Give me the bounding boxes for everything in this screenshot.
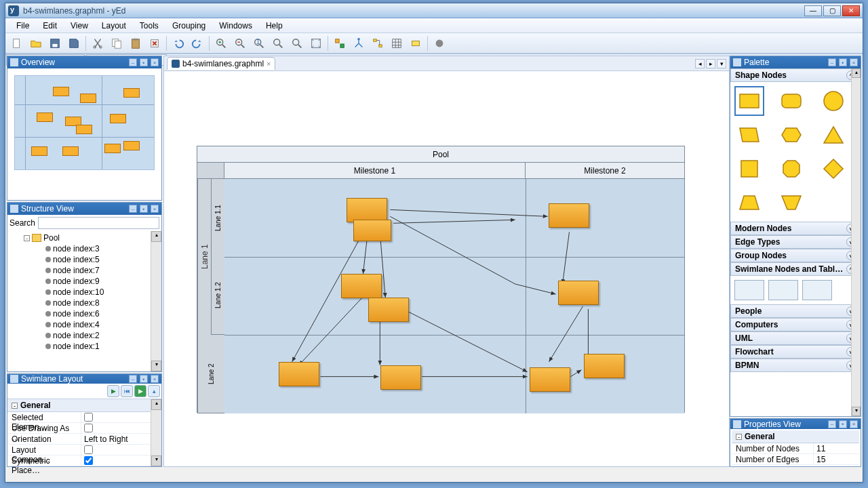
panel-min-icon[interactable]: – — [828, 420, 836, 428]
undo-button[interactable] — [170, 35, 187, 52]
graph-node[interactable] — [368, 298, 409, 322]
menu-view[interactable]: View — [64, 19, 95, 33]
delete-button[interactable] — [146, 35, 163, 52]
document-tab[interactable]: b4-swimlanes.graphml × — [167, 57, 275, 70]
save-button[interactable] — [46, 35, 64, 52]
tree-item[interactable]: node index:6 — [12, 308, 161, 319]
zoom-area-button[interactable] — [288, 35, 306, 52]
overview-canvas[interactable] — [7, 68, 161, 200]
shape-trapezoid[interactable] — [734, 188, 764, 218]
zoom-in-button[interactable] — [212, 35, 230, 52]
tab-left-icon[interactable]: ◂ — [695, 59, 705, 68]
cut-button[interactable] — [89, 35, 106, 52]
panel-pin-icon[interactable]: ▪ — [140, 375, 148, 383]
panel-close-icon[interactable]: × — [151, 205, 159, 213]
group-nodes-section[interactable]: Group Nodesv — [730, 249, 861, 262]
saveas-button[interactable] — [65, 35, 83, 52]
tree-toggle-icon[interactable]: - — [24, 235, 30, 241]
zoom-selection-button[interactable] — [269, 35, 287, 52]
scrollbar[interactable]: ▴▾ — [151, 231, 161, 371]
swimlane-section[interactable]: Swimlane Nodes and Tabl…^ — [730, 262, 861, 276]
collapse-icon[interactable]: - — [12, 403, 18, 409]
swimlane-hor-icon[interactable] — [734, 280, 764, 300]
shape-parallelogram[interactable] — [734, 120, 764, 150]
tree-item[interactable]: node index:1 — [12, 341, 161, 352]
modern-nodes-section[interactable]: Modern Nodesv — [730, 222, 861, 235]
symmetric-checkbox[interactable] — [84, 456, 93, 465]
new-button[interactable] — [8, 35, 26, 52]
zoom-out-button[interactable] — [231, 35, 249, 52]
paste-button[interactable] — [127, 35, 144, 52]
shape-diamond[interactable] — [818, 154, 848, 184]
tab-list-icon[interactable]: ▾ — [717, 59, 726, 68]
flowchart-section[interactable]: Flowchartv — [730, 345, 861, 359]
menu-help[interactable]: Help — [259, 19, 290, 33]
graph-node[interactable] — [341, 274, 382, 298]
swimlane-vert-icon[interactable] — [768, 280, 798, 300]
people-section[interactable]: Peoplev — [730, 304, 861, 318]
graph-node[interactable] — [380, 365, 421, 390]
menu-file[interactable]: File — [9, 19, 36, 33]
tree-item[interactable]: node index:9 — [12, 276, 161, 287]
swimlane-table-icon[interactable] — [802, 280, 832, 300]
menu-windows[interactable]: Windows — [212, 19, 259, 33]
orientation-value[interactable]: Left to Right — [81, 434, 161, 444]
bpmn-section[interactable]: BPMNv — [730, 359, 861, 372]
panel-min-icon[interactable]: – — [129, 375, 137, 383]
graph-node[interactable] — [549, 203, 589, 228]
minimize-button[interactable]: — — [804, 5, 822, 16]
routing-button[interactable] — [350, 35, 368, 52]
panel-pin-icon[interactable]: ▪ — [839, 58, 847, 66]
skip-back-icon[interactable]: ⏮ — [121, 385, 133, 397]
orthogonal-button[interactable] — [369, 35, 387, 52]
menu-edit[interactable]: Edit — [36, 19, 64, 33]
graph-node[interactable] — [347, 198, 387, 222]
panel-min-icon[interactable]: – — [129, 205, 137, 213]
close-tab-icon[interactable]: × — [267, 60, 271, 68]
graph-node[interactable] — [353, 220, 391, 241]
panel-min-icon[interactable]: – — [129, 58, 137, 66]
fit-content-button[interactable] — [307, 35, 325, 52]
selected-elem-checkbox[interactable] — [84, 413, 93, 422]
tab-right-icon[interactable]: ▸ — [706, 59, 715, 68]
shape-ellipse[interactable] — [818, 86, 848, 116]
panel-pin-icon[interactable]: ▪ — [140, 58, 148, 66]
use-drawing-checkbox[interactable] — [84, 424, 93, 432]
graph-node[interactable] — [279, 362, 319, 386]
shape-trapezoid2[interactable] — [776, 188, 806, 218]
layout-button[interactable] — [331, 35, 349, 52]
shape-rect[interactable] — [734, 86, 764, 116]
computers-section[interactable]: Computersv — [730, 318, 861, 331]
search-input[interactable] — [38, 217, 159, 229]
layout-comp-checkbox[interactable] — [84, 445, 93, 454]
pool[interactable]: Pool Lane 1 Lane 1.1 Lane 1.2 — [197, 146, 685, 413]
shape-octagon[interactable] — [776, 154, 806, 184]
shape-triangle[interactable] — [818, 120, 848, 150]
play-icon[interactable]: ▶ — [107, 385, 119, 397]
panel-close-icon[interactable]: × — [151, 375, 159, 383]
shape-roundrect[interactable] — [776, 86, 806, 116]
tree-item[interactable]: node index:8 — [12, 298, 161, 308]
edge-types-section[interactable]: Edge Typesv — [730, 235, 861, 249]
scrollbar[interactable]: ▴▾ — [851, 68, 861, 416]
run-icon[interactable]: ▶ — [134, 385, 146, 397]
shape-nodes-section[interactable]: Shape Nodes^ — [730, 68, 861, 82]
graph-node[interactable] — [584, 354, 625, 378]
tree-item[interactable]: node index:2 — [12, 330, 161, 341]
panel-close-icon[interactable]: × — [151, 58, 159, 66]
panel-min-icon[interactable]: – — [828, 58, 836, 66]
panel-close-icon[interactable]: × — [850, 58, 858, 66]
label-button[interactable] — [407, 35, 425, 52]
cloud-button[interactable] — [431, 35, 448, 52]
tree-item[interactable]: node index:5 — [12, 254, 161, 265]
redo-button[interactable] — [189, 35, 206, 52]
tree-root[interactable]: - Pool — [12, 232, 161, 243]
up-icon[interactable]: ▴ — [148, 385, 160, 397]
uml-section[interactable]: UMLv — [730, 331, 861, 345]
close-button[interactable]: ✕ — [842, 5, 860, 16]
grid-button[interactable] — [388, 35, 406, 52]
panel-close-icon[interactable]: × — [850, 420, 858, 428]
graph-node[interactable] — [558, 281, 599, 305]
tree-item[interactable]: node index:10 — [12, 287, 161, 298]
shape-hexagon[interactable] — [776, 120, 806, 150]
